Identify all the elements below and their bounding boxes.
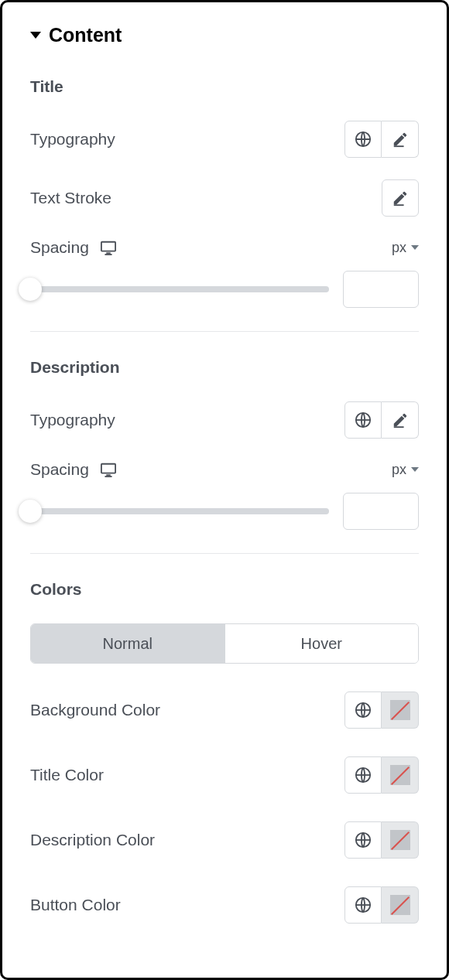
description-color-label: Description Color [30, 831, 155, 849]
no-color-icon [390, 895, 410, 915]
caret-down-icon [30, 32, 41, 39]
title-color-row: Title Color [30, 756, 419, 794]
globe-icon [355, 131, 372, 148]
globe-button[interactable] [344, 756, 382, 794]
title-color-controls [344, 756, 419, 794]
edit-button[interactable] [382, 179, 419, 217]
description-typography-label: Typography [30, 411, 115, 429]
desktop-icon [100, 240, 117, 255]
spacing-input[interactable] [343, 271, 419, 308]
chevron-down-icon [411, 245, 419, 250]
no-color-icon [390, 700, 410, 720]
svg-rect-1 [393, 145, 403, 147]
title-typography-buttons [344, 121, 419, 158]
description-spacing-row: Spacing px [30, 460, 419, 479]
description-typography-buttons [344, 401, 419, 439]
button-color-row: Button Color [30, 886, 419, 924]
slider-thumb[interactable] [19, 278, 42, 301]
globe-button[interactable] [344, 401, 382, 439]
colors-group: Colors Normal Hover Background Color Tit… [30, 580, 419, 924]
svg-rect-9 [106, 474, 110, 476]
description-spacing-label: Spacing [30, 460, 117, 479]
slider-thumb[interactable] [19, 500, 42, 523]
description-color-row: Description Color [30, 821, 419, 859]
spacing-slider[interactable] [30, 508, 329, 514]
content-section-header[interactable]: Content [30, 24, 419, 46]
title-typography-label: Typography [30, 130, 115, 149]
background-color-label: Background Color [30, 701, 160, 719]
description-color-controls [344, 821, 419, 859]
colors-tabs: Normal Hover [30, 623, 419, 664]
unit-label: px [392, 240, 406, 256]
color-swatch[interactable] [382, 821, 419, 859]
title-textstroke-row: Text Stroke [30, 179, 419, 217]
tab-normal[interactable]: Normal [31, 624, 224, 663]
divider [30, 553, 419, 554]
title-spacing-label: Spacing [30, 238, 117, 257]
globe-icon [355, 411, 372, 429]
title-textstroke-label: Text Stroke [30, 189, 111, 207]
svg-rect-10 [105, 476, 111, 477]
globe-button[interactable] [344, 121, 382, 158]
title-heading: Title [30, 77, 419, 96]
spacing-slider[interactable] [30, 286, 329, 292]
title-color-label: Title Color [30, 766, 104, 784]
spacing-input[interactable] [343, 493, 419, 530]
chevron-down-icon [411, 467, 419, 472]
edit-button[interactable] [382, 401, 419, 439]
button-color-controls [344, 886, 419, 924]
color-swatch[interactable] [382, 886, 419, 924]
colors-heading: Colors [30, 580, 419, 599]
tab-hover[interactable]: Hover [224, 624, 419, 663]
description-typography-row: Typography [30, 401, 419, 439]
unit-label: px [392, 462, 406, 478]
pencil-icon [392, 131, 409, 148]
color-swatch[interactable] [382, 691, 419, 729]
pencil-icon [392, 411, 409, 429]
globe-icon [355, 767, 372, 784]
pencil-icon [392, 190, 409, 207]
background-color-row: Background Color [30, 691, 419, 729]
svg-rect-7 [393, 426, 403, 428]
title-spacing-control [30, 271, 419, 308]
no-color-icon [390, 830, 410, 850]
desktop-icon [100, 462, 117, 477]
title-spacing-row: Spacing px [30, 238, 419, 257]
divider [30, 331, 419, 332]
svg-rect-2 [394, 204, 404, 206]
globe-button[interactable] [344, 821, 382, 859]
color-swatch[interactable] [382, 756, 419, 794]
svg-rect-8 [101, 464, 115, 473]
svg-rect-5 [105, 254, 111, 255]
button-color-label: Button Color [30, 896, 121, 914]
description-heading: Description [30, 358, 419, 377]
no-color-icon [390, 765, 410, 785]
unit-select[interactable]: px [392, 462, 419, 478]
globe-icon [355, 831, 372, 849]
globe-button[interactable] [344, 691, 382, 729]
svg-rect-3 [101, 242, 115, 251]
title-group: Title Typography Text Stroke Spacing px [30, 77, 419, 332]
background-color-controls [344, 691, 419, 729]
title-typography-row: Typography [30, 121, 419, 158]
description-group: Description Typography Spacing px [30, 358, 419, 554]
unit-select[interactable]: px [392, 240, 419, 256]
description-spacing-control [30, 493, 419, 530]
globe-icon [355, 702, 372, 719]
globe-button[interactable] [344, 886, 382, 924]
responsive-toggle[interactable] [100, 240, 117, 255]
edit-button[interactable] [382, 121, 419, 158]
responsive-toggle[interactable] [100, 462, 117, 477]
svg-rect-4 [106, 252, 110, 254]
globe-icon [355, 896, 372, 913]
section-title: Content [49, 24, 122, 46]
